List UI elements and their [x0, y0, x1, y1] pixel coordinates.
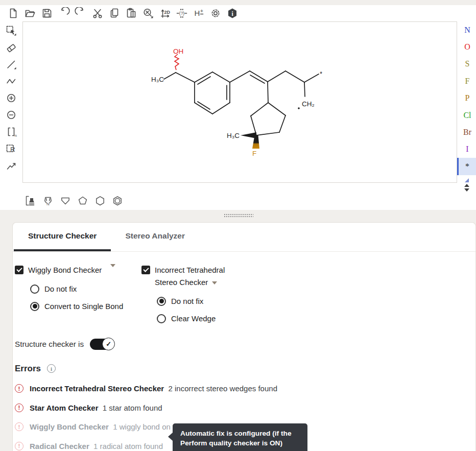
palette-item-p[interactable]: P: [457, 90, 476, 107]
toggle-label: Structure checker is: [15, 340, 84, 349]
palette-item-i[interactable]: I: [457, 141, 476, 158]
settings-button[interactable]: [208, 6, 223, 20]
error-name: Wiggly Bond Checker: [30, 422, 109, 431]
tab-label: Structure Checker: [28, 231, 97, 241]
tetrahedral-clear-wedge-option[interactable]: Clear Wedge: [157, 314, 242, 323]
info-icon[interactable]: i: [47, 364, 56, 373]
scroll-down-arrow[interactable]: [464, 188, 469, 192]
palette-item-o[interactable]: O: [457, 38, 476, 55]
drawing-canvas[interactable]: OH H₃C * CH₂ H₃C F: [22, 21, 457, 183]
hydrogens-button[interactable]: H+: [192, 6, 206, 20]
tetrahedral-checker-group: Incorrect Tetrahedral Stereo Checker Do …: [141, 264, 242, 323]
palette-item-s[interactable]: S: [457, 56, 476, 73]
rgroup-icon: R: [5, 143, 17, 155]
tetrahedral-checker-label: Incorrect Tetrahedral Stereo Checker: [155, 264, 242, 289]
save-icon: [41, 7, 53, 19]
error-icon: !: [15, 403, 23, 412]
svg-text:n: n: [15, 133, 17, 138]
charge-minus-button[interactable]: [4, 108, 18, 122]
rgroup-tool-button[interactable]: R: [4, 141, 18, 156]
error-row-tetrahedral: ! Incorrect Tetrahedral Stereo Checker 2…: [15, 384, 475, 393]
panel-content: Wiggly Bond Checker Do not fix Convert t…: [13, 252, 475, 450]
template-benzene-button[interactable]: [110, 194, 124, 207]
chevron-down-icon[interactable]: [110, 264, 115, 267]
template-library-button[interactable]: [23, 194, 37, 207]
errors-title-text: Errors: [15, 364, 41, 374]
palette-item-n[interactable]: N: [457, 21, 476, 38]
chevron-down-icon[interactable]: [212, 281, 217, 284]
copy-button[interactable]: [107, 6, 122, 20]
redo-button[interactable]: [74, 6, 88, 20]
radio-unselected[interactable]: [157, 314, 166, 323]
more-elements-icon[interactable]: [465, 178, 469, 182]
template-cyclopentane-button[interactable]: [76, 194, 89, 207]
open-button[interactable]: [23, 6, 37, 20]
molecule-drawing: OH H₃C * CH₂ H₃C F: [23, 22, 457, 182]
cut-icon: [91, 7, 104, 19]
cut-button[interactable]: [90, 6, 105, 20]
radio-selected[interactable]: [30, 302, 39, 311]
save-button[interactable]: [40, 6, 54, 20]
template-cyclopentadiene-button[interactable]: [58, 194, 72, 207]
methyl-left-label: H₃C: [151, 76, 164, 83]
query-properties-button[interactable]: (?): [175, 6, 189, 20]
wiggly-convert-single-bond-option[interactable]: Convert to Single Bond: [30, 302, 141, 311]
graphics-arrow-button[interactable]: [4, 158, 18, 173]
paste-button[interactable]: [124, 6, 138, 20]
zoom-tool-button[interactable]: [141, 6, 155, 20]
app-root: 2D (?) H+ i: [0, 0, 476, 451]
wedge-bond-methyl: [241, 132, 256, 138]
chain-tool-button[interactable]: [4, 74, 18, 88]
zoom-clear-icon: [142, 7, 154, 19]
new-document-button[interactable]: [6, 6, 20, 20]
undo-button[interactable]: [57, 6, 71, 20]
atom-palette: N O S F P Cl Br I *: [457, 21, 476, 192]
bonds: [164, 71, 319, 135]
tetrahedral-do-not-fix-option[interactable]: Do not fix: [157, 297, 242, 306]
resize-handle[interactable]: [224, 213, 253, 218]
radical-dot: [298, 107, 300, 109]
error-icon: !: [15, 384, 23, 393]
toggle-knob-check-icon: ✓: [102, 338, 115, 350]
template-pyrrole-button[interactable]: N: [41, 194, 55, 207]
template-cyclohexane-button[interactable]: [93, 194, 107, 207]
tetrahedral-checkbox[interactable]: [141, 266, 150, 274]
panel-tabs: Structure Checker Stereo Analyzer: [13, 223, 475, 252]
clean-2d-button[interactable]: 2D: [158, 6, 172, 20]
element-symbol: F: [465, 77, 470, 86]
palette-item-br[interactable]: Br: [457, 124, 476, 140]
error-icon: !: [15, 422, 23, 431]
palette-extras: [457, 175, 476, 192]
cyclopentadiene-icon: [59, 195, 72, 207]
element-symbol: *: [465, 162, 469, 171]
svg-text:+: +: [200, 8, 203, 14]
chain-icon: [5, 75, 17, 87]
element-symbol: Cl: [463, 111, 471, 120]
tab-label: Stereo Analyzer: [125, 231, 185, 241]
palette-item-cl[interactable]: Cl: [457, 107, 476, 124]
palette-item-f[interactable]: F: [457, 73, 476, 89]
template-toolbar: N: [0, 192, 476, 210]
info-button[interactable]: i: [225, 6, 240, 20]
charge-plus-button[interactable]: [4, 91, 18, 105]
pyrrole-icon: N: [42, 195, 54, 207]
open-folder-icon: [24, 7, 36, 19]
tab-stereo-analyzer[interactable]: Stereo Analyzer: [111, 223, 199, 251]
structure-checker-toggle[interactable]: ✓: [90, 339, 113, 350]
eraser-tool-button[interactable]: [4, 40, 18, 55]
radio-label: Do not fix: [171, 297, 203, 305]
radio-selected[interactable]: [157, 297, 166, 306]
palette-item-star[interactable]: *: [457, 158, 476, 175]
scroll-up-arrow[interactable]: [464, 184, 469, 187]
radio-unselected[interactable]: [30, 284, 39, 294]
sgroup-brackets-button[interactable]: n: [4, 125, 18, 139]
bond-tool-button[interactable]: [4, 57, 18, 72]
wiggly-bond-checker-group: Wiggly Bond Checker Do not fix Convert t…: [15, 264, 141, 323]
graphics-arrow-icon: [5, 159, 17, 172]
tab-structure-checker[interactable]: Structure Checker: [14, 223, 111, 251]
wiggly-do-not-fix-option[interactable]: Do not fix: [30, 284, 141, 294]
wiggly-bond-checkbox[interactable]: [15, 266, 23, 274]
selection-tool-button[interactable]: [4, 23, 18, 38]
error-detail: 2 incorrect stereo wedges found: [169, 384, 277, 393]
svg-text:R: R: [10, 146, 15, 153]
